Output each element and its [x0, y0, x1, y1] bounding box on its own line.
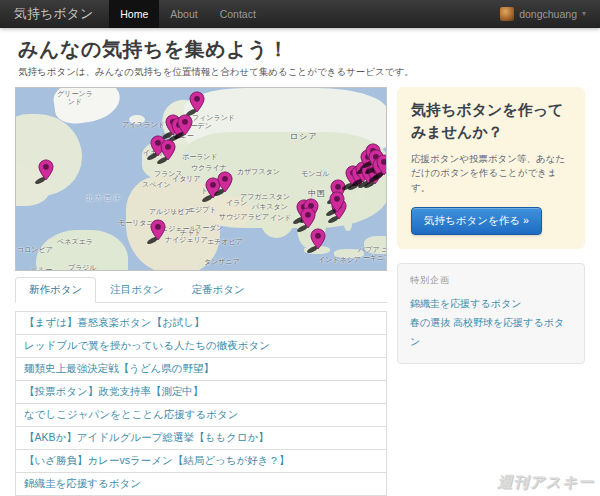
map-pin-icon[interactable]	[172, 114, 198, 140]
map-place-label: ロシア	[290, 132, 318, 141]
map-place-label: グリーンランド	[56, 90, 94, 106]
tab-standard-buttons[interactable]: 定番ボタン	[178, 277, 259, 303]
button-list-item[interactable]: 【投票ボタン】政党支持率【測定中】	[16, 380, 386, 403]
button-list-item[interactable]: 錦織圭を応援するボタン	[16, 472, 386, 495]
tab-new-buttons[interactable]: 新作ボタン	[15, 277, 96, 303]
map-place-label: パキスタン	[252, 203, 288, 211]
map-pin-icon[interactable]	[212, 171, 238, 197]
map-place-label: エジプト	[188, 206, 217, 214]
special-projects-links: 錦織圭を応援するボタン春の選抜 高校野球を応援するボタン	[410, 294, 572, 351]
chevron-down-icon: ▾	[582, 10, 586, 18]
hero-section: みんなの気持ちを集めよう！ 気持ちボタンは、みんなの気持ちを位置情報と合わせて集…	[15, 36, 585, 79]
brand-logo[interactable]: 気持ちボタン	[14, 0, 93, 28]
special-project-link[interactable]: 春の選抜 高校野球を応援するボタン	[410, 313, 572, 351]
map-place-label: カザフスタン	[237, 168, 280, 176]
special-projects-panel: 特別企画 錦織圭を応援するボタン春の選抜 高校野球を応援するボタン	[397, 263, 585, 364]
map-place-label: ポーランド	[182, 153, 218, 161]
map-place-label: ナイジェリア	[165, 236, 208, 244]
top-navbar: 気持ちボタン Home About Contact dongchuang ▾	[0, 0, 600, 28]
map-pin-icon[interactable]	[155, 139, 181, 165]
map-place-label: サウジアラビア	[219, 213, 269, 221]
button-list-item[interactable]: 【まずは】喜怒哀楽ボタン【お試し】	[16, 312, 386, 334]
button-list-item[interactable]: 【AKBか】アイドルグループ総選挙【ももクロか】	[16, 426, 386, 449]
map-place-label: インド	[270, 214, 292, 222]
map-pin-icon[interactable]	[305, 228, 331, 254]
user-avatar	[500, 7, 514, 21]
map-place-label: パプア ニューギニア	[356, 246, 387, 262]
map-pin-icon[interactable]	[33, 159, 59, 185]
map-place-label: ペルー	[31, 266, 52, 271]
promo-title: 気持ちボタンを作ってみませんか？	[411, 99, 571, 143]
create-button[interactable]: 気持ちボタンを作る »	[411, 207, 542, 235]
map-place-label: アイスランド	[122, 121, 165, 129]
map-place-label: イラン	[226, 199, 248, 207]
map-place-label: エチオピア	[207, 238, 243, 246]
map-place-label: タンザニア	[204, 258, 240, 266]
map-place-label: スーダン	[195, 224, 224, 232]
button-list-item[interactable]: なでしこジャパンをとことん応援するボタン	[16, 403, 386, 426]
special-project-link[interactable]: 錦織圭を応援するボタン	[410, 294, 572, 313]
special-projects-header: 特別企画	[410, 274, 572, 287]
button-list-tabs: 新作ボタン 注目ボタン 定番ボタン	[15, 277, 387, 303]
page-title: みんなの気持ちを集めよう！	[18, 36, 582, 63]
user-menu[interactable]: dongchuang ▾	[486, 0, 600, 28]
promo-panel: 気持ちボタンを作ってみませんか？ 応援ボタンや投票ボタン等、あなただけのボタンを…	[397, 87, 585, 249]
map-place-label: スペイン	[142, 181, 171, 189]
nav-item-contact[interactable]: Contact	[209, 0, 267, 28]
map-place-label: 北大西洋	[86, 194, 122, 202]
map-place-label: ブラジル	[68, 264, 97, 271]
map-place-label: コロンビア	[17, 246, 53, 254]
new-buttons-list: 【まずは】喜怒哀楽ボタン【お試し】レッドブルで翼を授かっている人たちの徹夜ボタン…	[15, 311, 387, 496]
map-pin-icon[interactable]	[371, 154, 387, 180]
map-pin-icon[interactable]	[324, 191, 350, 217]
world-map[interactable]: グリーンランドアイスランドノルウェースウェーデンフィンランドイギリスポーランドフ…	[15, 87, 387, 271]
main-nav: Home About Contact	[109, 0, 267, 28]
map-pin-icon[interactable]	[145, 219, 171, 245]
map-place-label: イタリア	[172, 175, 201, 183]
button-list-item[interactable]: レッドブルで翼を授かっている人たちの徹夜ボタン	[16, 334, 386, 357]
button-list-item[interactable]: 【いざ勝負】カレーvsラーメン【結局どっちが好き？】	[16, 449, 386, 472]
nav-item-home[interactable]: Home	[109, 0, 159, 28]
page-subtitle: 気持ちボタンは、みんなの気持ちを位置情報と合わせて集めることができるサービスです…	[18, 66, 582, 79]
map-place-label: インドネシア	[318, 256, 361, 264]
map-place-label: ベネズエラ	[57, 238, 93, 246]
weekly-ascii-watermark: 週刊アスキー	[497, 473, 594, 492]
promo-description: 応援ボタンや投票ボタン等、あなただけのボタンを作ることができます。	[411, 152, 571, 196]
button-list-item[interactable]: 麺類史上最強決定戦【うどん県の野望】	[16, 357, 386, 380]
nav-item-about[interactable]: About	[159, 0, 208, 28]
tab-featured-buttons[interactable]: 注目ボタン	[96, 277, 177, 303]
map-place-label: モンゴル	[301, 170, 330, 178]
user-name: dongchuang	[519, 8, 577, 20]
